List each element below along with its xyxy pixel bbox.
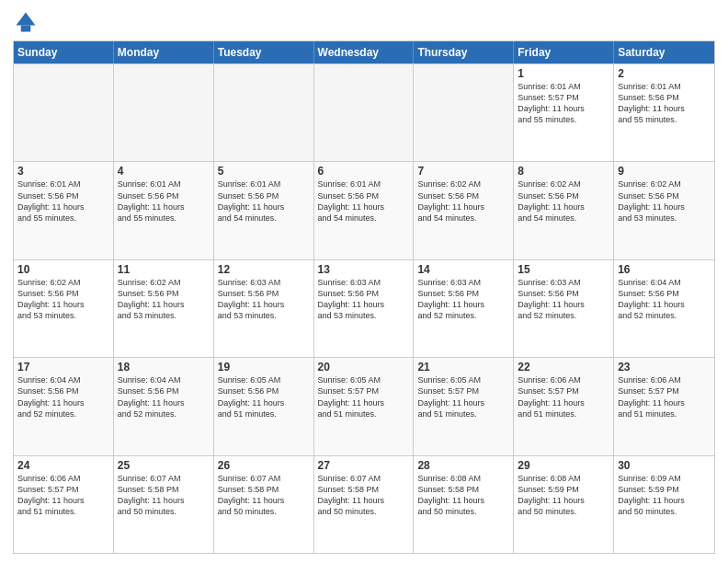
day-number: 15 [518, 263, 609, 276]
cal-cell-r4-c6: 22Sunrise: 6:06 AM Sunset: 5:57 PM Dayli… [514, 358, 614, 454]
day-info: Sunrise: 6:05 AM Sunset: 5:57 PM Dayligh… [417, 374, 509, 419]
cal-cell-r5-c4: 27Sunrise: 6:07 AM Sunset: 5:58 PM Dayli… [314, 456, 415, 553]
page: SundayMondayTuesdayWednesdayThursdayFrid… [0, 0, 728, 563]
cal-header-sunday: Sunday [14, 41, 114, 63]
day-info: Sunrise: 6:01 AM Sunset: 5:56 PM Dayligh… [218, 178, 310, 224]
cal-header-friday: Friday [514, 41, 614, 63]
cal-cell-r3-c5: 14Sunrise: 6:03 AM Sunset: 5:56 PM Dayli… [414, 260, 514, 357]
cal-cell-r1-c7: 2Sunrise: 6:01 AM Sunset: 5:56 PM Daylig… [614, 64, 714, 161]
cal-cell-r5-c2: 25Sunrise: 6:07 AM Sunset: 5:58 PM Dayli… [114, 456, 214, 553]
day-info: Sunrise: 6:05 AM Sunset: 5:57 PM Dayligh… [318, 374, 410, 419]
day-number: 25 [118, 459, 210, 472]
day-info: Sunrise: 6:02 AM Sunset: 5:56 PM Dayligh… [518, 178, 609, 224]
day-number: 24 [17, 459, 109, 472]
cal-header-saturday: Saturday [614, 41, 714, 63]
cal-cell-r4-c7: 23Sunrise: 6:06 AM Sunset: 5:57 PM Dayli… [614, 358, 714, 454]
cal-row-5: 24Sunrise: 6:06 AM Sunset: 5:57 PM Dayli… [14, 455, 714, 553]
day-info: Sunrise: 6:06 AM Sunset: 5:57 PM Dayligh… [518, 374, 609, 419]
day-info: Sunrise: 6:02 AM Sunset: 5:56 PM Dayligh… [618, 178, 711, 224]
day-info: Sunrise: 6:04 AM Sunset: 5:56 PM Dayligh… [17, 374, 109, 419]
cal-cell-r2-c3: 5Sunrise: 6:01 AM Sunset: 5:56 PM Daylig… [214, 162, 314, 259]
day-number: 2 [618, 67, 711, 80]
header [13, 9, 715, 35]
day-number: 11 [118, 263, 210, 276]
calendar-header-row: SundayMondayTuesdayWednesdayThursdayFrid… [14, 41, 714, 63]
cal-row-2: 3Sunrise: 6:01 AM Sunset: 5:56 PM Daylig… [14, 161, 714, 259]
day-info: Sunrise: 6:09 AM Sunset: 5:59 PM Dayligh… [618, 473, 711, 518]
day-number: 22 [518, 361, 609, 373]
day-number: 13 [318, 263, 410, 276]
day-number: 8 [518, 165, 609, 178]
day-info: Sunrise: 6:06 AM Sunset: 5:57 PM Dayligh… [17, 473, 109, 518]
day-info: Sunrise: 6:07 AM Sunset: 5:58 PM Dayligh… [218, 473, 310, 518]
day-info: Sunrise: 6:06 AM Sunset: 5:57 PM Dayligh… [618, 374, 711, 419]
calendar-body: 1Sunrise: 6:01 AM Sunset: 5:57 PM Daylig… [14, 63, 714, 553]
cal-cell-r3-c7: 16Sunrise: 6:04 AM Sunset: 5:56 PM Dayli… [614, 260, 714, 357]
day-number: 20 [318, 361, 410, 373]
day-number: 3 [17, 165, 109, 178]
day-info: Sunrise: 6:05 AM Sunset: 5:56 PM Dayligh… [218, 374, 310, 419]
cal-cell-r2-c6: 8Sunrise: 6:02 AM Sunset: 5:56 PM Daylig… [514, 162, 614, 259]
day-number: 27 [318, 459, 410, 472]
day-info: Sunrise: 6:03 AM Sunset: 5:56 PM Dayligh… [318, 277, 410, 322]
svg-marker-0 [17, 13, 36, 26]
cal-cell-r5-c6: 29Sunrise: 6:08 AM Sunset: 5:59 PM Dayli… [514, 456, 614, 553]
day-number: 14 [417, 263, 509, 276]
day-number: 5 [218, 165, 310, 178]
day-info: Sunrise: 6:02 AM Sunset: 5:56 PM Dayligh… [118, 277, 210, 322]
cal-header-monday: Monday [114, 41, 214, 63]
cal-cell-r2-c2: 4Sunrise: 6:01 AM Sunset: 5:56 PM Daylig… [114, 162, 214, 259]
cal-header-tuesday: Tuesday [214, 41, 314, 63]
day-number: 28 [417, 459, 509, 472]
day-info: Sunrise: 6:02 AM Sunset: 5:56 PM Dayligh… [17, 277, 109, 322]
cal-cell-r1-c4 [314, 64, 415, 161]
day-number: 12 [218, 263, 310, 276]
cal-row-1: 1Sunrise: 6:01 AM Sunset: 5:57 PM Daylig… [14, 63, 714, 161]
day-number: 16 [618, 263, 711, 276]
calendar: SundayMondayTuesdayWednesdayThursdayFrid… [13, 40, 715, 554]
day-number: 30 [618, 459, 711, 472]
cal-cell-r3-c2: 11Sunrise: 6:02 AM Sunset: 5:56 PM Dayli… [114, 260, 214, 357]
day-info: Sunrise: 6:08 AM Sunset: 5:59 PM Dayligh… [518, 473, 609, 518]
cal-cell-r1-c2 [114, 64, 214, 161]
day-number: 23 [618, 361, 711, 373]
day-number: 21 [417, 361, 509, 373]
day-number: 6 [318, 165, 410, 178]
cal-cell-r1-c6: 1Sunrise: 6:01 AM Sunset: 5:57 PM Daylig… [514, 64, 614, 161]
cal-cell-r2-c5: 7Sunrise: 6:02 AM Sunset: 5:56 PM Daylig… [414, 162, 514, 259]
day-info: Sunrise: 6:03 AM Sunset: 5:56 PM Dayligh… [417, 277, 509, 322]
day-info: Sunrise: 6:01 AM Sunset: 5:56 PM Dayligh… [318, 178, 410, 224]
day-number: 19 [218, 361, 310, 373]
cal-cell-r4-c4: 20Sunrise: 6:05 AM Sunset: 5:57 PM Dayli… [314, 358, 415, 454]
day-info: Sunrise: 6:01 AM Sunset: 5:57 PM Dayligh… [518, 81, 609, 126]
cal-cell-r2-c7: 9Sunrise: 6:02 AM Sunset: 5:56 PM Daylig… [614, 162, 714, 259]
cal-header-thursday: Thursday [414, 41, 514, 63]
cal-cell-r5-c1: 24Sunrise: 6:06 AM Sunset: 5:57 PM Dayli… [14, 456, 114, 553]
day-number: 18 [118, 361, 210, 373]
cal-cell-r4-c3: 19Sunrise: 6:05 AM Sunset: 5:56 PM Dayli… [214, 358, 314, 454]
cal-cell-r5-c5: 28Sunrise: 6:08 AM Sunset: 5:58 PM Dayli… [414, 456, 514, 553]
cal-cell-r4-c1: 17Sunrise: 6:04 AM Sunset: 5:56 PM Dayli… [14, 358, 114, 454]
day-number: 10 [17, 263, 109, 276]
day-info: Sunrise: 6:02 AM Sunset: 5:56 PM Dayligh… [417, 178, 509, 224]
day-number: 1 [518, 67, 609, 80]
day-info: Sunrise: 6:01 AM Sunset: 5:56 PM Dayligh… [17, 178, 109, 224]
day-info: Sunrise: 6:07 AM Sunset: 5:58 PM Dayligh… [118, 473, 210, 518]
cal-cell-r4-c5: 21Sunrise: 6:05 AM Sunset: 5:57 PM Dayli… [414, 358, 514, 454]
cal-cell-r1-c3 [214, 64, 314, 161]
cal-cell-r2-c4: 6Sunrise: 6:01 AM Sunset: 5:56 PM Daylig… [314, 162, 415, 259]
logo-icon [13, 9, 39, 35]
cal-cell-r3-c1: 10Sunrise: 6:02 AM Sunset: 5:56 PM Dayli… [14, 260, 114, 357]
day-number: 7 [417, 165, 509, 178]
cal-row-4: 17Sunrise: 6:04 AM Sunset: 5:56 PM Dayli… [14, 357, 714, 454]
svg-rect-1 [21, 26, 31, 32]
day-number: 26 [218, 459, 310, 472]
cal-cell-r2-c1: 3Sunrise: 6:01 AM Sunset: 5:56 PM Daylig… [14, 162, 114, 259]
cal-row-3: 10Sunrise: 6:02 AM Sunset: 5:56 PM Dayli… [14, 259, 714, 357]
day-info: Sunrise: 6:04 AM Sunset: 5:56 PM Dayligh… [118, 374, 210, 419]
day-info: Sunrise: 6:01 AM Sunset: 5:56 PM Dayligh… [118, 178, 210, 224]
cal-header-wednesday: Wednesday [314, 41, 415, 63]
day-number: 4 [118, 165, 210, 178]
day-info: Sunrise: 6:03 AM Sunset: 5:56 PM Dayligh… [518, 277, 609, 322]
day-info: Sunrise: 6:04 AM Sunset: 5:56 PM Dayligh… [618, 277, 711, 322]
